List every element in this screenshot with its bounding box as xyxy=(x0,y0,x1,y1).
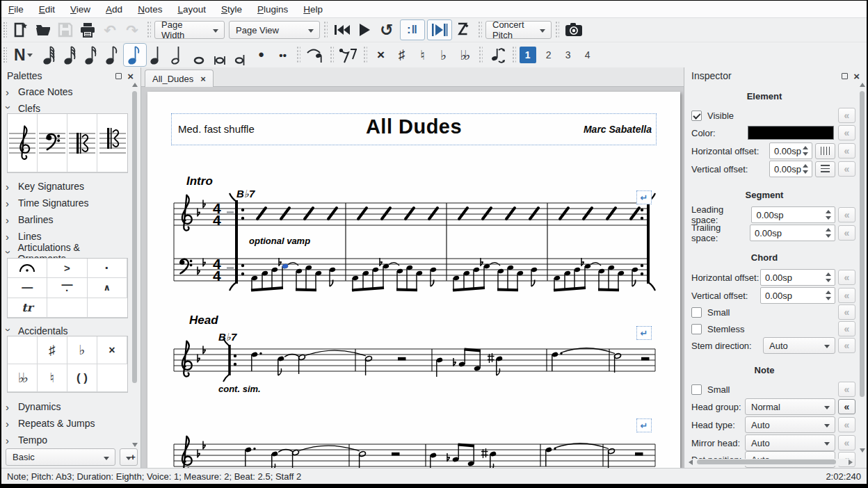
reset-stem-direction-button[interactable]: « xyxy=(838,338,855,353)
reset-element-voffset-button[interactable]: « xyxy=(838,161,855,177)
flat-cell[interactable]: ♭ xyxy=(67,336,97,364)
scrollbar-thumb[interactable] xyxy=(860,91,865,397)
flat-button[interactable]: ♭ xyxy=(433,47,454,63)
stemless-checkbox[interactable] xyxy=(691,324,702,334)
no-accidental-cell[interactable] xyxy=(8,336,38,364)
natural-cell[interactable]: ♮ xyxy=(38,364,67,392)
scroll-left-arrow[interactable] xyxy=(689,459,693,465)
scrollbar-thumb[interactable] xyxy=(132,91,137,383)
scroll-right-arrow[interactable] xyxy=(849,459,853,465)
chord-hoffset-spinbox[interactable]: 0.00sp xyxy=(760,269,835,286)
chord-small-checkbox[interactable] xyxy=(691,307,702,318)
voice-1-button[interactable]: 1 xyxy=(520,47,536,63)
double-flat-cell[interactable]: ♭♭ xyxy=(8,364,38,392)
toolbar-drag-handle[interactable] xyxy=(3,22,7,38)
color-swatch[interactable] xyxy=(748,126,834,140)
duration-8th-unselected-icon[interactable] xyxy=(102,44,123,66)
alto-clef-cell[interactable] xyxy=(67,114,97,172)
image-capture-button[interactable] xyxy=(563,19,585,40)
undock-icon[interactable] xyxy=(842,73,848,79)
stem-direction-dropdown[interactable]: Auto xyxy=(763,337,835,354)
palette-item-dynamics[interactable]: › Dynamics xyxy=(6,399,124,414)
reset-mirror-head-button[interactable]: « xyxy=(838,435,855,450)
palettes-scrollbar[interactable] xyxy=(131,81,138,448)
bass-clef-cell[interactable] xyxy=(38,114,67,172)
reset-chord-voffset-button[interactable]: « xyxy=(838,288,855,303)
duration-half-icon[interactable] xyxy=(168,44,188,66)
double-sharp-cell[interactable]: × xyxy=(97,336,127,364)
visible-checkbox[interactable] xyxy=(691,111,702,121)
duration-eighth-selected[interactable] xyxy=(123,43,147,67)
workspace-combobox[interactable]: Basic xyxy=(6,448,115,466)
leading-space-spinbox[interactable]: 0.00sp xyxy=(751,206,835,223)
double-dot-button[interactable]: • • xyxy=(272,49,293,61)
reset-leading-space-button[interactable]: « xyxy=(838,207,855,222)
menu-layout[interactable]: Layout xyxy=(177,4,206,15)
score-view[interactable]: All_Dudes × Med. fast shuffle All Dudes … xyxy=(141,67,684,468)
concert-pitch-button[interactable]: Concert Pitch xyxy=(485,21,552,39)
palette-item-grace-notes[interactable]: › Grace Notes xyxy=(6,84,124,99)
intro-section-label[interactable]: Intro xyxy=(186,174,213,188)
sharp-button[interactable]: ♯ xyxy=(392,47,412,63)
view-mode-combobox[interactable]: Page View xyxy=(229,21,320,39)
score-system-intro[interactable]: Intro B♭7 optional vamp 4 4 4 4 xyxy=(168,170,664,296)
empty-cell[interactable] xyxy=(88,298,127,318)
score-system-head[interactable]: Head B♭7 cont. sim. xyxy=(168,307,664,398)
sharp-cell[interactable]: ♯ xyxy=(38,336,67,364)
rewind-button[interactable] xyxy=(331,19,353,40)
duration-32nd-icon[interactable] xyxy=(61,44,81,66)
chord-symbol-intro[interactable]: B♭7 xyxy=(236,188,255,200)
palette-item-barlines[interactable]: › Barlines xyxy=(6,212,124,227)
score-page[interactable]: Med. fast shuffle All Dudes Marc Sabatel… xyxy=(147,92,680,468)
note-input-mode-button[interactable]: N xyxy=(14,46,26,65)
close-icon[interactable]: × xyxy=(853,71,860,81)
reset-color-button[interactable]: « xyxy=(838,125,855,140)
head-type-dropdown[interactable]: Auto xyxy=(745,416,835,433)
vamp-text[interactable]: optional vamp xyxy=(249,236,310,246)
trailing-space-spinbox[interactable]: 0.00sp xyxy=(750,225,835,241)
play-button[interactable] xyxy=(353,19,376,40)
menu-add[interactable]: Add xyxy=(106,4,122,15)
empty-cell[interactable] xyxy=(97,364,127,392)
reset-trailing-space-button[interactable]: « xyxy=(838,225,855,241)
menu-view[interactable]: View xyxy=(70,4,90,15)
pan-playback-toggle[interactable] xyxy=(427,19,452,40)
treble-clef-cell[interactable] xyxy=(8,114,38,172)
new-score-button[interactable] xyxy=(10,19,32,40)
reset-head-type-button[interactable]: « xyxy=(838,417,855,432)
system-break-icon[interactable]: ↵ xyxy=(636,326,652,340)
scroll-up-arrow[interactable] xyxy=(860,83,865,87)
accent-cell[interactable]: > xyxy=(47,259,87,278)
system-break-icon[interactable]: ↵ xyxy=(636,418,652,432)
palette-item-key-signatures[interactable]: › Key Signatures xyxy=(6,179,124,194)
mirror-head-dropdown[interactable]: Auto xyxy=(745,434,835,451)
scroll-down-arrow[interactable] xyxy=(860,448,865,453)
reset-note-small-button[interactable]: « xyxy=(838,382,855,397)
tie-button[interactable] xyxy=(304,44,326,65)
chord-voffset-spinbox[interactable]: 0.00sp xyxy=(760,287,835,304)
voice-4-button[interactable]: 4 xyxy=(579,47,596,63)
scroll-down-arrow[interactable] xyxy=(132,443,138,447)
add-workspace-button[interactable]: + xyxy=(120,448,138,466)
palette-item-repeats-jumps[interactable]: › Repeats & Jumps xyxy=(6,416,124,431)
voice-2-button[interactable]: 2 xyxy=(540,47,557,63)
head-section-label[interactable]: Head xyxy=(189,314,218,327)
play-repeats-toggle[interactable]: :‖ xyxy=(400,19,425,40)
double-flat-button[interactable]: ♭♭ xyxy=(454,47,475,63)
score-system-3[interactable] xyxy=(168,412,664,468)
note-input-dropdown-arrow[interactable] xyxy=(27,54,33,57)
portato-cell[interactable]: —· xyxy=(47,278,87,298)
metronome-button[interactable] xyxy=(452,19,474,40)
inspector-hscrollbar[interactable] xyxy=(687,459,854,466)
voice-3-button[interactable]: 3 xyxy=(560,47,577,63)
augmentation-dot-button[interactable]: • xyxy=(251,46,272,64)
toolbar-drag-handle[interactable] xyxy=(3,47,7,63)
element-voffset-spinbox[interactable]: 0.00sp xyxy=(769,161,812,177)
duration-quarter-icon[interactable] xyxy=(147,44,168,66)
double-sharp-button[interactable]: × xyxy=(371,47,392,63)
reset-chord-hoffset-button[interactable]: « xyxy=(838,270,855,285)
reset-head-group-button[interactable]: « xyxy=(838,399,855,414)
print-button[interactable] xyxy=(77,19,99,40)
head-group-dropdown[interactable]: Normal xyxy=(745,398,835,415)
score-tab[interactable]: All_Dudes × xyxy=(145,70,214,87)
